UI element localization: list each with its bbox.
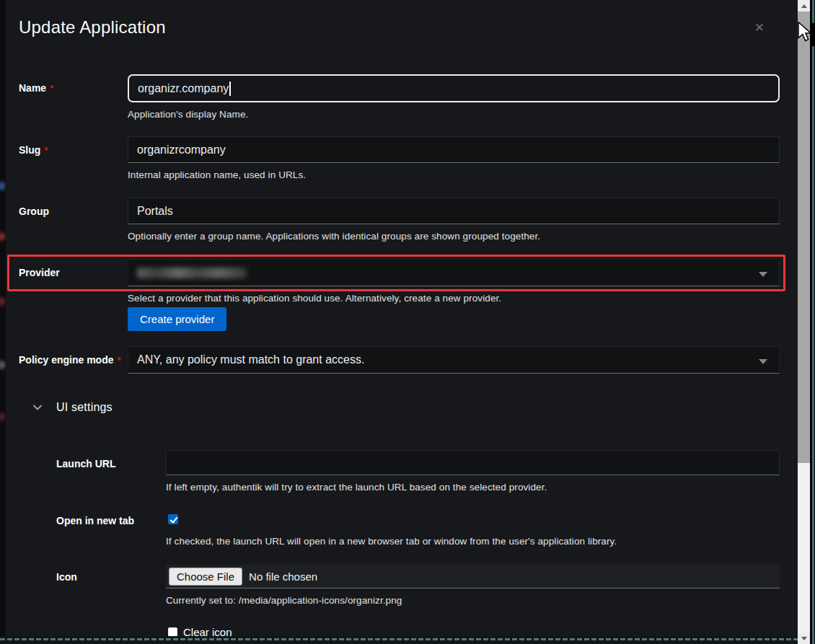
group-input[interactable]: Portals: [128, 198, 780, 224]
background-app-icon: [0, 361, 6, 369]
group-input-value: Portals: [137, 205, 173, 218]
close-icon[interactable]: ✕: [754, 22, 765, 34]
background-app-icon: [0, 182, 6, 190]
launch-url-input[interactable]: [166, 450, 780, 475]
form-row-launch-url: Launch URL If left empty, authentik will…: [56, 450, 780, 493]
provider-help: Select a provider that this application …: [128, 293, 780, 304]
name-input[interactable]: organizr.company: [128, 74, 780, 102]
form-row-clear-icon: Clear icon: [56, 623, 780, 636]
scroll-up-icon: [801, 4, 807, 8]
slug-label: Slug*: [19, 136, 128, 156]
scroll-down-button[interactable]: [798, 632, 810, 644]
scrollbar-thumb[interactable]: [798, 12, 810, 463]
provider-select[interactable]: [128, 259, 780, 286]
clear-icon-label: Clear icon: [183, 626, 232, 636]
slug-input[interactable]: organizrcompany: [128, 136, 780, 163]
open-in-new-tab-help: If checked, the launch URL will open in …: [166, 536, 780, 547]
form-row-group: Group Portals Optionally enter a group n…: [19, 198, 780, 242]
name-help: Application's display Name.: [128, 109, 780, 120]
clear-icon-label-spacer: [56, 623, 166, 631]
dropdown-caret-icon: [759, 359, 767, 364]
launch-url-help: If left empty, authentik will try to ext…: [166, 482, 780, 493]
provider-value-redacted: [137, 268, 247, 278]
provider-label: Provider: [19, 259, 128, 278]
chevron-down-icon: [32, 402, 43, 413]
window-edge-accent: [812, 0, 814, 644]
ui-settings-label: UI settings: [56, 401, 113, 414]
file-chosen-status: No file chosen: [249, 570, 317, 583]
icon-label: Icon: [56, 565, 166, 583]
clear-icon-checkbox[interactable]: [168, 627, 177, 636]
form-row-name: Name* organizr.company Application's dis…: [19, 74, 780, 120]
dashed-focus-line: [0, 638, 798, 640]
window-right-edge: [810, 0, 815, 644]
name-label: Name*: [19, 74, 128, 94]
policy-engine-mode-select[interactable]: ANY, any policy must match to grant acce…: [128, 346, 780, 374]
create-provider-button[interactable]: Create provider: [128, 307, 226, 331]
icon-file-input[interactable]: Choose File No file chosen: [166, 565, 780, 588]
scroll-up-button[interactable]: [798, 0, 810, 12]
slug-help: Internal application name, used in URLs.: [128, 169, 780, 180]
required-marker: *: [117, 355, 120, 366]
page-title: Update Application: [19, 17, 166, 38]
launch-url-label: Launch URL: [56, 450, 166, 469]
vertical-scrollbar[interactable]: [798, 0, 810, 644]
dropdown-caret-icon: [759, 272, 767, 277]
background-app-icon: [0, 413, 6, 421]
update-application-modal: Update Application ✕ Name* organizr.comp…: [6, 0, 798, 636]
form-row-policy-engine-mode: Policy engine mode* ANY, any policy must…: [19, 346, 780, 374]
text-cursor: [229, 81, 231, 96]
group-label: Group: [19, 198, 128, 217]
background-page-bottom-edge: [0, 636, 798, 644]
open-in-new-tab-checkbox[interactable]: [168, 514, 178, 524]
form-row-slug: Slug* organizrcompany Internal applicati…: [19, 136, 780, 180]
ui-settings-section-toggle[interactable]: UI settings: [32, 401, 113, 414]
slug-input-value: organizrcompany: [137, 144, 226, 156]
policy-engine-mode-value: ANY, any policy must match to grant acce…: [137, 353, 364, 366]
window-edge-notch: [810, 23, 815, 46]
icon-help: Currently set to: /media/application-ico…: [166, 595, 780, 606]
form-row-open-in-new-tab: Open in new tab If checked, the launch U…: [56, 509, 780, 547]
group-help: Optionally enter a group name. Applicati…: [128, 231, 780, 242]
required-marker: *: [44, 145, 48, 156]
name-input-value: organizr.company: [138, 82, 229, 95]
scroll-down-icon: [801, 637, 807, 640]
choose-file-button[interactable]: Choose File: [169, 568, 242, 586]
background-page-edge: [0, 0, 6, 644]
policy-engine-mode-label: Policy engine mode*: [19, 346, 128, 366]
background-app-icon: [0, 232, 6, 241]
form-row-provider: Provider Select a provider that this app…: [19, 259, 780, 331]
form-row-icon: Icon Choose File No file chosen Currentl…: [56, 565, 780, 606]
open-in-new-tab-label: Open in new tab: [56, 509, 166, 526]
required-marker: *: [50, 83, 53, 94]
background-app-icon: [0, 297, 6, 306]
